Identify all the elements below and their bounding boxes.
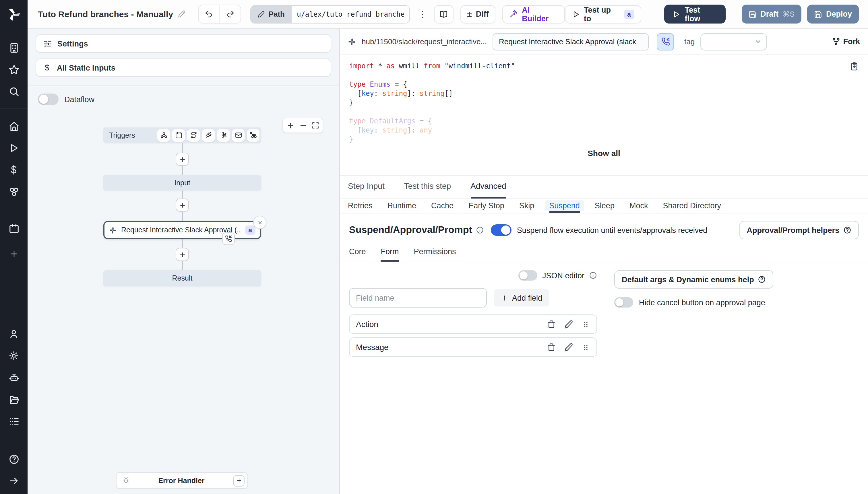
flow-title: Tuto Refund branches - Manually [38, 9, 173, 19]
approval-prompt-helpers-button[interactable]: Approval/Prompt helpers [739, 221, 859, 239]
runs-icon[interactable] [0, 138, 27, 158]
input-node[interactable]: Input [103, 175, 261, 190]
json-editor-toggle[interactable] [519, 270, 538, 281]
edit-field-icon[interactable] [564, 343, 573, 352]
scheduled-poll-trigger-icon[interactable] [247, 129, 259, 141]
delete-field-icon[interactable] [547, 320, 556, 328]
docs-book-button[interactable] [434, 5, 453, 23]
insert-step-button[interactable] [176, 153, 189, 166]
more-options-button[interactable]: ⋮ [418, 9, 427, 19]
info-icon[interactable] [589, 271, 597, 280]
hub-script-path[interactable]: hub/11500/slack/request_interactive... [362, 37, 487, 46]
suspend-phone-badge [222, 232, 235, 245]
triggers-node[interactable]: Triggers [103, 127, 261, 143]
path-input[interactable] [292, 5, 409, 23]
field-name-input[interactable] [349, 288, 487, 307]
form-field-row-action[interactable]: Action [349, 315, 597, 334]
subtab-sleep[interactable]: Sleep [595, 199, 614, 213]
tab-test-this-step[interactable]: Test this step [404, 175, 451, 198]
undo-button[interactable] [198, 5, 219, 23]
search-icon[interactable] [0, 81, 27, 101]
http-route-trigger-icon[interactable] [187, 129, 200, 141]
code-editor[interactable]: import * as wmill from "windmill-client"… [340, 55, 868, 175]
zoom-in-icon[interactable] [287, 121, 295, 129]
settings-gear-icon[interactable] [0, 346, 27, 365]
schedules-calendar-icon[interactable] [0, 218, 27, 238]
dataflow-toggle[interactable] [38, 94, 58, 105]
websocket-trigger-icon[interactable] [202, 129, 215, 141]
test-flow-button[interactable]: Test flow [664, 5, 725, 23]
favorites-star-icon[interactable] [0, 60, 27, 79]
default-args-help-button[interactable]: Default args & Dynamic enums help [614, 270, 774, 289]
play-icon [572, 10, 580, 18]
clipboard-copy-icon[interactable] [850, 62, 859, 71]
subtab-retries[interactable]: Retries [348, 199, 373, 213]
diff-button[interactable]: ± Diff [460, 5, 495, 23]
error-handler-node[interactable]: Error Handler [116, 472, 248, 489]
hide-cancel-toggle[interactable] [614, 297, 633, 307]
step-summary-input[interactable] [493, 33, 649, 50]
drag-handle-icon[interactable] [581, 320, 590, 328]
redo-button[interactable] [219, 5, 240, 23]
deploy-button[interactable]: Deploy [807, 5, 859, 23]
insert-step-button[interactable] [176, 248, 189, 261]
info-icon[interactable] [476, 226, 484, 234]
folders-icon[interactable] [0, 390, 27, 409]
git-fork-icon [832, 37, 840, 46]
subtab-mock[interactable]: Mock [629, 199, 648, 213]
ai-builder-button[interactable]: AI Builder [503, 5, 565, 23]
all-static-inputs-button[interactable]: All Static Inputs [36, 58, 331, 77]
tab-permissions[interactable]: Permissions [414, 247, 456, 262]
workspace-icon[interactable] [0, 38, 27, 57]
edit-title-icon[interactable] [178, 10, 185, 18]
schedule-trigger-icon[interactable] [172, 129, 185, 141]
subtab-runtime[interactable]: Runtime [388, 199, 417, 213]
tab-form[interactable]: Form [381, 247, 399, 262]
drag-handle-icon[interactable] [581, 343, 590, 352]
path-button[interactable]: Path [251, 5, 292, 23]
subtab-early-stop[interactable]: Early Stop [468, 199, 504, 213]
kafka-trigger-icon[interactable] [217, 129, 229, 141]
add-field-button[interactable]: Add field [494, 289, 549, 306]
logs-list-icon[interactable] [0, 411, 27, 431]
approval-step-node[interactable]: Request Interactive Slack Approval (... … [103, 221, 261, 239]
help-icon[interactable] [0, 449, 27, 469]
draft-shortcut: ⌘S [782, 10, 795, 18]
suspend-phone-button[interactable] [657, 33, 674, 50]
add-plus-icon[interactable] [0, 244, 27, 263]
show-all-button[interactable]: Show all [349, 149, 859, 158]
result-node[interactable]: Result [103, 270, 261, 286]
test-up-to-button[interactable]: Test up to a [565, 5, 641, 23]
resources-icon[interactable] [0, 182, 27, 202]
tab-advanced[interactable]: Advanced [470, 175, 506, 198]
fit-view-icon[interactable] [312, 122, 319, 129]
suspend-toggle-label: Suspend flow execution until events/appr… [517, 226, 707, 234]
webhook-trigger-icon[interactable] [157, 129, 170, 141]
windmill-logo[interactable] [0, 0, 27, 28]
tag-select[interactable] [700, 33, 767, 50]
tab-step-input[interactable]: Step Input [348, 175, 385, 198]
insert-step-button[interactable] [176, 198, 189, 212]
delete-step-button[interactable] [253, 216, 266, 229]
draft-button[interactable]: Draft ⌘S [741, 5, 801, 23]
tab-core[interactable]: Core [349, 247, 366, 262]
workers-bot-icon[interactable] [0, 368, 27, 387]
subtab-shared-directory[interactable]: Shared Directory [663, 199, 721, 213]
flow-settings-button[interactable]: Settings [36, 34, 331, 53]
expand-arrow-icon[interactable] [0, 471, 27, 491]
suspend-toggle[interactable] [491, 224, 512, 236]
edit-field-icon[interactable] [564, 320, 573, 328]
fork-button[interactable]: Fork [832, 37, 860, 46]
variables-icon[interactable] [0, 160, 27, 179]
step-id-badge: a [624, 10, 634, 19]
subtab-cache[interactable]: Cache [431, 199, 454, 213]
home-icon[interactable] [0, 116, 27, 136]
user-icon[interactable] [0, 324, 27, 344]
subtab-suspend[interactable]: Suspend [549, 199, 580, 213]
email-trigger-icon[interactable] [232, 129, 244, 141]
add-error-handler-button[interactable] [233, 475, 244, 486]
subtab-skip[interactable]: Skip [519, 199, 534, 213]
delete-field-icon[interactable] [547, 343, 556, 352]
zoom-out-icon[interactable] [299, 121, 307, 129]
form-field-row-message[interactable]: Message [349, 337, 597, 357]
